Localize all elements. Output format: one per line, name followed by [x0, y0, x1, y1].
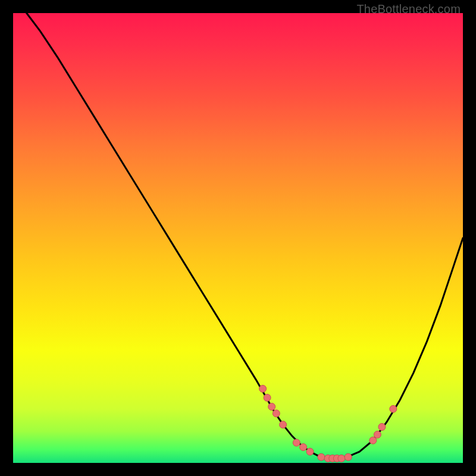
marker-point	[268, 403, 275, 411]
chart-svg	[13, 13, 463, 463]
watermark-text: TheBottleneck.com	[356, 2, 461, 16]
marker-point	[318, 453, 325, 461]
marker-point	[264, 394, 271, 401]
marker-point	[293, 439, 300, 446]
highlight-markers	[259, 385, 397, 462]
bottleneck-curve	[27, 13, 463, 458]
marker-point	[374, 431, 381, 438]
marker-point	[390, 405, 397, 412]
marker-point	[273, 410, 280, 417]
chart-frame	[13, 13, 463, 463]
marker-point	[338, 455, 345, 462]
marker-point	[369, 437, 377, 444]
marker-point	[378, 424, 386, 431]
marker-point	[280, 421, 287, 428]
marker-point	[345, 453, 352, 461]
marker-point	[306, 448, 314, 455]
marker-point	[300, 444, 307, 451]
marker-point	[259, 385, 267, 392]
